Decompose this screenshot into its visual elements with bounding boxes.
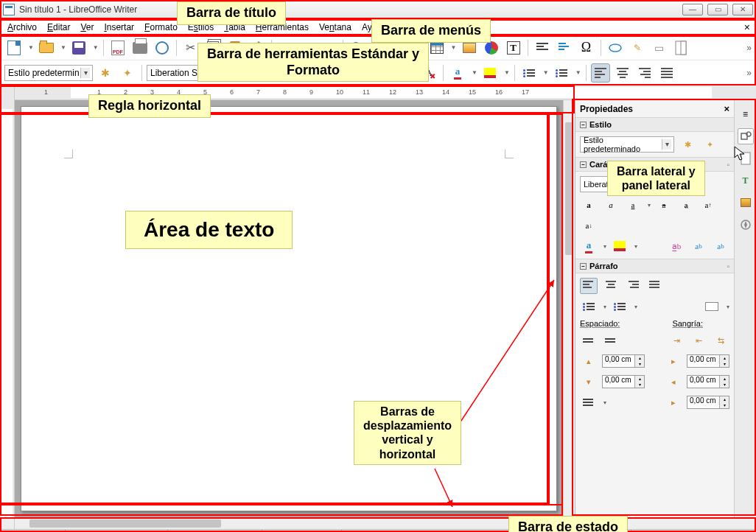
callout-menubar: Barra de menús: [371, 19, 491, 43]
svg-line-7: [457, 280, 554, 427]
callout-statusbar: Barra de estado: [508, 516, 628, 532]
callout-titlebar: Barra de título: [177, 1, 286, 25]
svg-line-8: [435, 469, 452, 507]
callout-sidebar: Barra lateral y panel lateral: [607, 161, 705, 196]
cursor-icon: [734, 146, 747, 162]
callout-toolbars: Barra de herramientas Estándar y Formato: [197, 43, 429, 82]
callout-hruler: Regla horizontal: [88, 94, 211, 118]
callout-scrollbars: Barras de desplazamiento vertical y hori…: [354, 401, 461, 465]
callout-textarea: Área de texto: [125, 211, 293, 249]
